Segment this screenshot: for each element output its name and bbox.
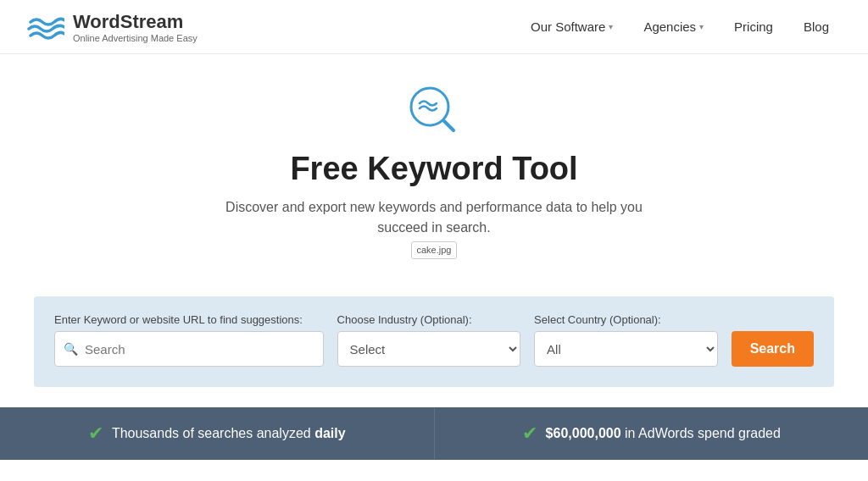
nav-item-pricing[interactable]: Pricing xyxy=(722,13,785,41)
keyword-input[interactable] xyxy=(85,342,314,357)
logo-tagline: Online Advertising Made Easy xyxy=(73,33,198,43)
navbar: WordStream Online Advertising Made Easy … xyxy=(0,0,868,54)
keyword-input-wrap: 🔍 xyxy=(54,331,324,367)
chevron-down-icon: ▾ xyxy=(609,22,613,31)
hero-title: Free Keyword Tool xyxy=(290,151,577,187)
nav-links: Our Software ▾ Agencies ▾ Pricing Blog xyxy=(519,13,841,41)
hero-icon-wrap xyxy=(404,81,464,141)
nav-item-blog[interactable]: Blog xyxy=(792,13,841,41)
stats-bar: ✔ Thousands of searches analyzed daily ✔… xyxy=(0,407,868,460)
hero-section: Free Keyword Tool Discover and export ne… xyxy=(0,54,868,276)
nav-label-blog: Blog xyxy=(804,19,829,34)
logo-brand: WordStream xyxy=(73,11,198,33)
nav-item-agencies[interactable]: Agencies ▾ xyxy=(632,13,715,41)
nav-item-our-software[interactable]: Our Software ▾ xyxy=(519,13,625,41)
search-button[interactable]: Search xyxy=(732,331,814,367)
industry-select[interactable]: Select Automotive Business Consumer Elec… xyxy=(337,331,521,367)
svg-point-0 xyxy=(411,88,448,125)
nav-label-our-software: Our Software xyxy=(531,19,605,34)
country-select[interactable]: All United States United Kingdom Canada … xyxy=(534,331,718,367)
industry-field-group: Choose Industry (Optional): Select Autom… xyxy=(337,313,521,367)
nav-label-agencies: Agencies xyxy=(643,19,696,34)
tooltip-badge: cake.jpg xyxy=(411,241,458,259)
hero-subtitle: Discover and export new keywords and per… xyxy=(205,197,663,259)
logo-link[interactable]: WordStream Online Advertising Made Easy xyxy=(27,11,198,43)
logo-icon xyxy=(27,14,64,41)
search-panel: Enter Keyword or website URL to find sug… xyxy=(34,296,834,387)
country-label: Select Country (Optional): xyxy=(534,313,718,326)
checkmark-icon: ✔ xyxy=(522,423,537,445)
checkmark-icon: ✔ xyxy=(88,423,103,445)
keyword-field-group: Enter Keyword or website URL to find sug… xyxy=(54,313,324,367)
stat-searches: ✔ Thousands of searches analyzed daily xyxy=(0,407,434,460)
search-icon: 🔍 xyxy=(64,342,78,356)
industry-label: Choose Industry (Optional): xyxy=(337,313,521,326)
chevron-down-icon: ▾ xyxy=(699,22,704,31)
stat-searches-text: Thousands of searches analyzed daily xyxy=(112,426,346,441)
svg-line-1 xyxy=(444,121,453,130)
nav-label-pricing: Pricing xyxy=(734,19,773,34)
stat-adwords-text: $60,000,000 in AdWords spend graded xyxy=(546,426,781,441)
country-field-group: Select Country (Optional): All United St… xyxy=(534,313,718,367)
stat-adwords: ✔ $60,000,000 in AdWords spend graded xyxy=(434,407,869,460)
search-fields: Enter Keyword or website URL to find sug… xyxy=(54,313,814,367)
keyword-label: Enter Keyword or website URL to find sug… xyxy=(54,313,324,326)
keyword-tool-icon xyxy=(404,81,464,141)
